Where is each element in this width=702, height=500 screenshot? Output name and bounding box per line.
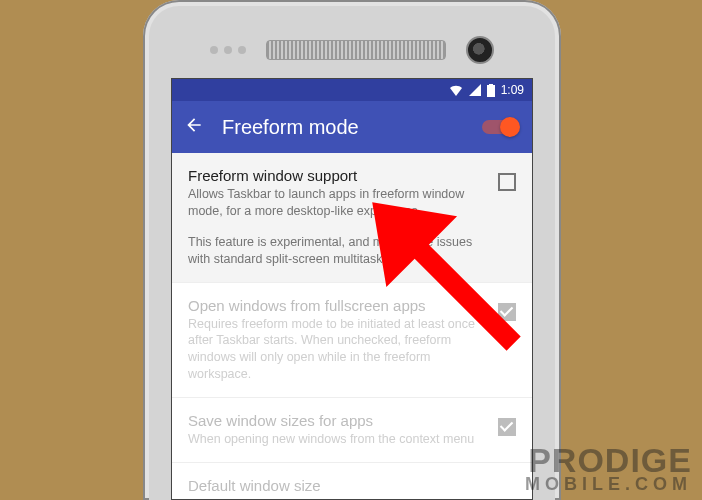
checkbox-checked-icon (498, 303, 516, 321)
status-bar: 1:09 (172, 79, 532, 101)
front-camera (466, 36, 494, 64)
setting-title: Freeform window support (188, 167, 486, 184)
settings-list: Freeform window support Allows Taskbar t… (172, 153, 532, 500)
setting-subtitle: Requires freeform mode to be initiated a… (188, 316, 486, 384)
sensor-dots (210, 46, 246, 54)
setting-subtitle: Standard (188, 496, 504, 500)
master-toggle[interactable] (482, 117, 520, 137)
setting-default-size[interactable]: Default window size Standard (172, 463, 532, 500)
setting-note: This feature is experimental, and may ca… (188, 234, 486, 268)
speaker-grille (266, 40, 446, 60)
checkbox-unchecked-icon[interactable] (498, 173, 516, 191)
svg-rect-1 (489, 84, 493, 86)
setting-title: Save window sizes for apps (188, 412, 486, 429)
wifi-icon (449, 84, 463, 96)
svg-rect-0 (487, 85, 495, 97)
signal-icon (469, 84, 481, 96)
setting-subtitle: When opening new windows from the contex… (188, 431, 486, 448)
back-arrow-icon[interactable] (184, 115, 204, 139)
setting-title: Default window size (188, 477, 504, 494)
setting-title: Open windows from fullscreen apps (188, 297, 486, 314)
phone-inner: 1:09 Freeform mode Freeform window suppo… (149, 6, 555, 500)
checkbox-checked-icon (498, 418, 516, 436)
setting-open-windows: Open windows from fullscreen apps Requir… (172, 283, 532, 399)
watermark-line2: MOBILE.COM (525, 476, 692, 492)
watermark: PRODIGE MOBILE.COM (525, 445, 692, 492)
app-bar: Freeform mode (172, 101, 532, 153)
watermark-line1: PRODIGE (525, 445, 692, 476)
page-title: Freeform mode (222, 116, 464, 139)
setting-freeform-support[interactable]: Freeform window support Allows Taskbar t… (172, 153, 532, 283)
setting-subtitle: Allows Taskbar to launch apps in freefor… (188, 186, 486, 220)
status-time: 1:09 (501, 83, 524, 97)
screen: 1:09 Freeform mode Freeform window suppo… (171, 78, 533, 500)
phone-hardware-top (149, 36, 555, 64)
setting-save-sizes: Save window sizes for apps When opening … (172, 398, 532, 463)
phone-frame: 1:09 Freeform mode Freeform window suppo… (143, 0, 561, 500)
battery-icon (487, 84, 495, 97)
